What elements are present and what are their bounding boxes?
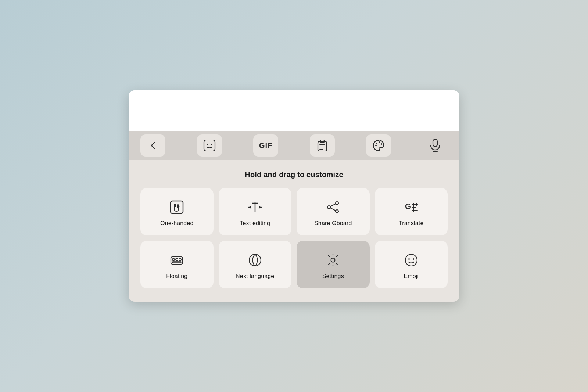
svg-rect-21 bbox=[172, 259, 175, 260]
grid-item-settings[interactable]: Settings bbox=[297, 241, 370, 288]
svg-point-18 bbox=[336, 210, 338, 213]
translate-label: Translate bbox=[399, 220, 424, 227]
grid-item-next-language[interactable]: Next language bbox=[219, 241, 292, 288]
svg-rect-22 bbox=[176, 259, 178, 260]
svg-rect-0 bbox=[204, 140, 215, 151]
next-language-label: Next language bbox=[236, 273, 274, 280]
keyboard-panel: GIF bbox=[129, 90, 459, 302]
svg-point-9 bbox=[376, 143, 377, 144]
svg-point-26 bbox=[331, 258, 335, 262]
gif-button[interactable]: GIF bbox=[253, 134, 278, 157]
share-gboard-label: Share Gboard bbox=[314, 220, 352, 227]
top-bar bbox=[129, 90, 459, 131]
svg-text:G: G bbox=[405, 202, 411, 211]
settings-label: Settings bbox=[322, 273, 344, 280]
one-handed-label: One-handed bbox=[160, 220, 194, 227]
emoji-label: Emoji bbox=[404, 273, 419, 280]
floating-label: Floating bbox=[166, 273, 187, 280]
microphone-icon bbox=[429, 139, 441, 152]
text-editing-label: Text editing bbox=[240, 220, 270, 227]
clipboard-button[interactable] bbox=[310, 134, 335, 157]
grid-item-share-gboard[interactable]: Share Gboard bbox=[297, 188, 370, 235]
grid-item-floating[interactable]: Floating bbox=[140, 241, 214, 288]
content-area: Hold and drag to customize One-handed T bbox=[129, 160, 459, 302]
svg-point-10 bbox=[379, 141, 380, 143]
floating-icon bbox=[169, 252, 184, 268]
next-language-icon bbox=[247, 252, 263, 268]
gif-label: GIF bbox=[259, 141, 272, 150]
svg-point-17 bbox=[327, 206, 330, 209]
clipboard-icon bbox=[316, 139, 328, 152]
emoji-icon bbox=[404, 252, 419, 268]
svg-rect-12 bbox=[433, 139, 437, 147]
settings-icon bbox=[325, 252, 341, 268]
grid-item-one-handed[interactable]: One-handed bbox=[140, 188, 214, 235]
svg-point-11 bbox=[381, 143, 382, 145]
palette-button[interactable] bbox=[366, 134, 391, 157]
hint-text: Hold and drag to customize bbox=[140, 170, 448, 179]
grid-item-emoji[interactable]: Emoji bbox=[375, 241, 448, 288]
grid-item-translate[interactable]: G Translate bbox=[375, 188, 448, 235]
svg-rect-24 bbox=[172, 262, 181, 263]
svg-point-2 bbox=[211, 144, 212, 145]
palette-icon bbox=[372, 139, 385, 152]
back-icon bbox=[148, 140, 158, 151]
svg-point-27 bbox=[405, 254, 417, 266]
svg-rect-23 bbox=[179, 259, 181, 260]
one-handed-icon bbox=[169, 199, 184, 215]
svg-point-8 bbox=[375, 145, 377, 146]
back-button[interactable] bbox=[140, 134, 165, 157]
share-gboard-icon bbox=[325, 199, 341, 215]
svg-point-1 bbox=[207, 144, 208, 145]
emoji-face-button[interactable] bbox=[197, 134, 222, 157]
translate-icon: G bbox=[404, 199, 419, 215]
svg-point-16 bbox=[336, 202, 338, 205]
emoji-face-icon bbox=[203, 139, 216, 152]
microphone-button[interactable] bbox=[423, 134, 448, 157]
grid: One-handed Text editing Sha bbox=[140, 188, 448, 288]
svg-point-28 bbox=[408, 258, 410, 260]
grid-item-text-editing[interactable]: Text editing bbox=[219, 188, 292, 235]
toolbar: GIF bbox=[129, 131, 459, 160]
text-editing-icon bbox=[247, 199, 263, 215]
svg-point-29 bbox=[413, 258, 414, 260]
